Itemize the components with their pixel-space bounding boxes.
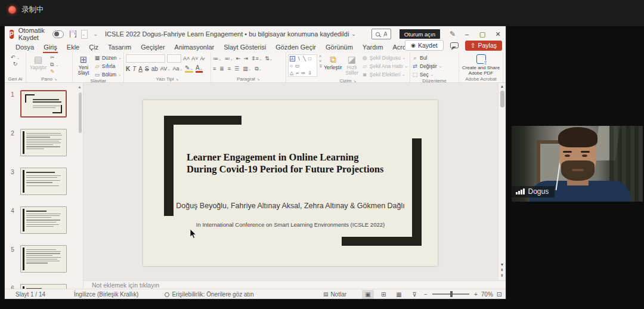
columns-icon[interactable]: ▥⌄	[243, 66, 251, 72]
next-slide-icon[interactable]: ⇟	[499, 273, 506, 278]
language-status[interactable]: İngilizce (Birleşik Krallık)	[54, 291, 147, 298]
font-dialog-launcher-icon[interactable]: ⇘	[176, 77, 179, 81]
fit-slide-icon[interactable]: ⊡	[497, 291, 502, 298]
grow-font-icon[interactable]: A˄	[183, 55, 190, 62]
align-left-icon[interactable]: ≡	[213, 66, 216, 72]
slide-thumbnail-4[interactable]	[20, 206, 67, 234]
format-painter-icon[interactable]: ✎	[50, 69, 58, 75]
increase-indent-icon[interactable]: ⇥	[243, 55, 248, 61]
clear-format-icon[interactable]: A̷	[200, 55, 204, 62]
find-button[interactable]: ⌕Bul	[412, 54, 427, 61]
slide-authors[interactable]: Doğuş Beyoğlu, Fahriye Altınay Aksal, Ze…	[143, 202, 438, 210]
layout-button[interactable]: ▦Düzen ⌄	[94, 54, 122, 61]
tab-slayt-gosterisi[interactable]: Slayt Gösterisi	[219, 44, 271, 53]
slide-canvas[interactable]: Learner Engagement in Online Learning Du…	[143, 100, 438, 266]
search-box[interactable]	[371, 29, 391, 39]
minimize-button[interactable]: –	[459, 27, 475, 41]
scrollbar-thumb[interactable]	[500, 91, 504, 107]
slide-thumbnail-1[interactable]	[20, 90, 67, 118]
record-button[interactable]: ◉ Kaydet	[405, 40, 444, 51]
change-case-button[interactable]: Aa⌄	[173, 66, 182, 72]
zoom-out-icon[interactable]: −	[424, 291, 428, 298]
text-box-shape-icon[interactable]: A	[290, 56, 295, 61]
slide-thumbnail-6[interactable]	[20, 284, 67, 289]
thumbnail-row-2[interactable]: 2	[5, 129, 67, 156]
slide-thumbnail-2[interactable]	[20, 129, 67, 156]
shapes-gallery[interactable]: A ∖ ╲ □ ○ ▭△ ⌐ ⇨ ⇩ ⇧∿ ⌇ { } ☆	[288, 54, 317, 77]
maximize-button[interactable]: ▢	[475, 27, 490, 41]
document-title[interactable]: ICSLE 2022 Dogus-Fahriye Learn Engagemen…	[105, 30, 349, 38]
shapes-more-icon[interactable]: ⊽	[319, 64, 322, 69]
thumbnail-row-4[interactable]: 4	[5, 206, 67, 234]
copy-icon[interactable]: ⧉ ⌄	[50, 61, 58, 68]
slide-thumbnail-3[interactable]	[20, 168, 67, 195]
char-spacing-button[interactable]: AV⌄	[160, 66, 171, 72]
shape-outline-button[interactable]: ▱Şekil Ana Hattı ⌄	[362, 63, 408, 70]
redo-icon[interactable]: ↻	[13, 61, 18, 67]
numbering-icon[interactable]: ≕⌄	[224, 55, 233, 61]
sign-in-button[interactable]: Oturum açın	[400, 29, 440, 39]
arrange-button[interactable]: ⧉ Yerleştir	[324, 54, 342, 70]
zoom-level[interactable]: 70%	[481, 291, 493, 298]
shrink-font-icon[interactable]: A˅	[191, 55, 198, 62]
tab-ciz[interactable]: Çiz	[84, 44, 103, 53]
bullets-icon[interactable]: ≔⌄	[213, 55, 221, 61]
scroll-up-icon[interactable]: ▲	[499, 84, 506, 88]
justify-icon[interactable]: ☰	[234, 66, 239, 72]
tab-gecisler[interactable]: Geçişler	[136, 44, 169, 53]
shapes-up-icon[interactable]: ˄	[319, 54, 322, 58]
decrease-indent-icon[interactable]: ⇤	[236, 55, 241, 61]
scroll-down-icon[interactable]: ▼	[499, 262, 506, 267]
zoom-in-icon[interactable]: +	[474, 291, 478, 298]
thumbnail-scroll-up-icon[interactable]: ▲	[78, 85, 82, 89]
notes-placeholder[interactable]: Not eklemek için tıklayın	[92, 282, 159, 289]
share-button[interactable]: ⇧ Paylaş	[465, 41, 502, 51]
reading-view-button[interactable]: ▦	[393, 290, 405, 299]
tab-tasarim[interactable]: Tasarım	[103, 44, 136, 53]
tab-dosya[interactable]: Dosya	[11, 44, 39, 53]
notes-pane[interactable]: Not eklemek için tıklayın	[83, 280, 506, 289]
thumbnail-row-1[interactable]: 1	[5, 90, 67, 118]
notes-toggle-button[interactable]: ▤Notlar	[323, 291, 346, 298]
slide-scrollbar[interactable]: ▲ ▼ ⇞ ⇟	[498, 83, 506, 280]
slide-editing-area[interactable]: Learner Engagement in Online Learning Du…	[83, 83, 506, 280]
slideshow-button[interactable]: ⊽	[408, 290, 420, 299]
shape-effects-button[interactable]: ◙Şekil Efektleri ⌄	[362, 71, 408, 78]
smartart-icon[interactable]: ⧉⌄	[255, 66, 262, 72]
normal-view-button[interactable]: ▣	[362, 290, 374, 299]
save-icon[interactable]	[70, 30, 70, 38]
text-shadow-button[interactable]: ab	[151, 66, 158, 72]
section-button[interactable]: ▭Bölüm ⌄	[94, 71, 122, 78]
close-button[interactable]: ✕	[490, 27, 506, 41]
comments-icon[interactable]	[450, 42, 459, 48]
undo-icon[interactable]: ↶ ⌄	[11, 54, 20, 61]
slide-conference[interactable]: In International Conference on Smart Lea…	[143, 221, 438, 228]
quick-access-customize-icon[interactable]: ⌄	[94, 31, 98, 37]
tab-yardim[interactable]: Yardım	[358, 44, 388, 53]
cut-icon[interactable]: ✂	[50, 54, 58, 61]
reset-button[interactable]: ▱Sıfırla	[94, 63, 122, 70]
drawing-dialog-launcher-icon[interactable]: ⇘	[353, 79, 356, 83]
align-center-icon[interactable]: ≣	[219, 66, 224, 72]
acrobat-button[interactable]: Create and Share Adobe PDF	[461, 65, 501, 76]
replace-button[interactable]: ⇄Değiştir ⌄	[412, 63, 442, 70]
paragraph-dialog-launcher-icon[interactable]: ⇘	[257, 77, 260, 81]
italic-button[interactable]: T	[132, 66, 136, 72]
autosave-control[interactable]: Otomatik Kaydet	[18, 27, 64, 41]
design-ideas-button[interactable]: Tasarım Fikirleri	[505, 64, 506, 75]
tab-ekle[interactable]: Ekle	[62, 44, 84, 53]
zoom-slider[interactable]	[432, 293, 469, 295]
thumbnail-row-3[interactable]: 3	[5, 168, 67, 195]
accessibility-status[interactable]: Erişilebilirlik: Önerilere göz atın	[147, 291, 262, 298]
font-name-combo[interactable]	[126, 54, 165, 63]
underline-button[interactable]: A	[138, 66, 143, 72]
new-slide-button[interactable]: ⊞ Yeni Slayt	[75, 54, 92, 76]
font-size-combo[interactable]	[167, 54, 181, 63]
align-right-icon[interactable]: ≡	[228, 66, 231, 72]
thumbnail-scrollbar[interactable]	[79, 92, 82, 133]
quick-styles-button[interactable]: ◪ Hızlı Stiller	[344, 54, 360, 76]
quick-access-combo[interactable]: ⌄	[81, 30, 88, 39]
select-button[interactable]: ⬚Seç ⌄	[412, 71, 434, 78]
tab-animasyonlar[interactable]: Animasyonlar	[170, 44, 219, 53]
tab-giris[interactable]: Giriş	[39, 44, 62, 53]
